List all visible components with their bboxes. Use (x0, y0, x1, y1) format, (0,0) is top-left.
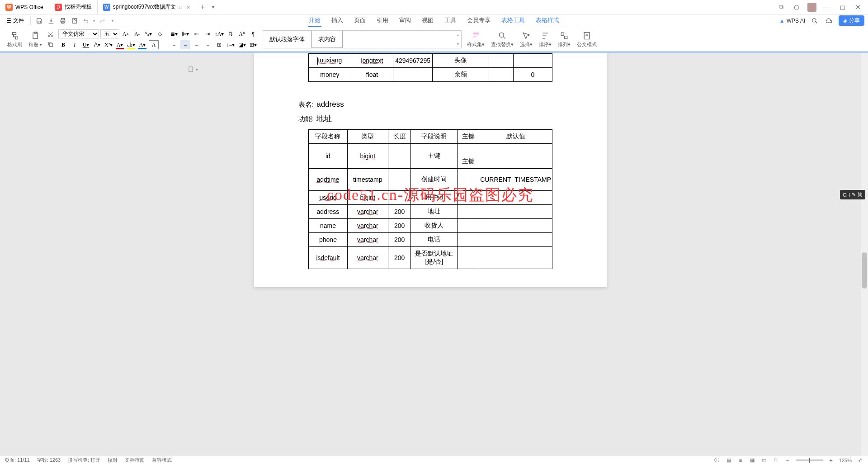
numbering-button[interactable]: ⊫▾ (180, 29, 190, 38)
save-button[interactable] (34, 16, 44, 26)
table-row[interactable]: addtimetimestamp创建时间CURRENT_TIMESTAMP (309, 169, 552, 191)
table-header-row[interactable]: 字段名称 类型 长度 字段说明 主键 默认值 (309, 130, 552, 144)
tab-member[interactable]: 会员专享 (466, 14, 491, 27)
info-icon[interactable]: ⓘ (713, 457, 721, 464)
tab-document[interactable]: W springboot597wx数据库文 ◻ × (98, 0, 196, 14)
sort-column-button[interactable]: 排序▾ (536, 30, 554, 49)
decrease-font-button[interactable]: A- (132, 29, 142, 38)
arrange-button[interactable]: 排列▾ (555, 30, 573, 49)
status-mode[interactable]: 兼容模式 (152, 457, 172, 464)
scrollbar-thumb[interactable] (862, 252, 867, 289)
window-group-icon[interactable]: ⧉ (777, 3, 786, 12)
status-zoom[interactable]: 125% (839, 458, 852, 463)
clear-format-button[interactable]: ◇ (155, 29, 165, 38)
select-button[interactable]: 选择▾ (517, 30, 535, 49)
tab-insert[interactable]: 插入 (330, 14, 344, 27)
tab-docer[interactable]: D 找稻壳模板 (49, 0, 98, 14)
tab-reference[interactable]: 引用 (376, 14, 389, 27)
table-fragment-1[interactable]: touxiang longtext 4294967295 头像 money fl… (308, 53, 552, 82)
show-marks-button[interactable]: ¶ (248, 29, 258, 38)
font-size-select[interactable]: 五号 (100, 29, 119, 38)
ime-indicator[interactable]: CH ✎ 简 (840, 190, 865, 199)
tab-wps-office[interactable]: W WPS Office (0, 0, 49, 14)
superscript-button[interactable]: X²▾ (104, 40, 113, 49)
decrease-indent-button[interactable]: ⇤ (192, 29, 202, 38)
quickbar-more[interactable]: ▾ (112, 19, 114, 23)
paste-button[interactable]: 粘贴 ▾ (26, 30, 45, 49)
redo-button[interactable] (97, 16, 107, 26)
print-preview-button[interactable] (70, 16, 80, 26)
official-mode-button[interactable]: 公文模式 (574, 30, 599, 49)
wps-ai-button[interactable]: ▲ WPS AI (779, 18, 805, 24)
tab-table-style[interactable]: 表格样式 (535, 14, 560, 27)
new-tab-button[interactable]: + (196, 3, 209, 11)
strikethrough-button[interactable]: A▾ (92, 40, 102, 49)
page-layout-indicator[interactable]: ▾ (188, 66, 198, 72)
fit-icon[interactable]: ⤢ (856, 457, 863, 464)
zoom-in-icon[interactable]: + (827, 457, 835, 464)
style-table-content[interactable]: 表内容 (311, 31, 343, 48)
share-button[interactable]: ◈ 分享 (839, 15, 864, 26)
view-print-icon[interactable]: ▤ (725, 457, 732, 464)
tab-table-tools[interactable]: 表格工具 (500, 14, 526, 27)
styleset-button[interactable]: 样式集▾ (464, 30, 487, 49)
avatar[interactable] (807, 3, 816, 12)
style-default[interactable]: 默认段落字体 (263, 31, 311, 48)
status-review[interactable]: 文档审阅 (125, 457, 145, 464)
table-address[interactable]: 字段名称 类型 长度 字段说明 主键 默认值 idbigint主键主键 addt… (308, 129, 552, 269)
char-border-button[interactable]: A (149, 40, 159, 49)
align-center-button[interactable]: ≡ (180, 40, 190, 49)
vertical-scrollbar[interactable] (861, 53, 868, 456)
tab-restore-icon[interactable]: ◻ (179, 5, 182, 9)
tab-dropdown[interactable]: ▾ (209, 5, 217, 9)
distribute-button[interactable]: ⊞ (214, 40, 224, 49)
italic-button[interactable]: I (70, 40, 80, 49)
align-left-button[interactable]: ≡ (169, 40, 179, 49)
copy-button[interactable] (46, 40, 56, 49)
table-row[interactable]: useridbigint用户id (309, 191, 552, 205)
file-menu[interactable]: ☰ 文件 (4, 16, 27, 25)
cut-button[interactable] (46, 30, 56, 39)
tab-start[interactable]: 开始 (308, 14, 321, 27)
minimize-icon[interactable]: — (823, 3, 832, 12)
document-area[interactable]: ▾ touxiang longtext 4294967295 头像 money … (0, 53, 861, 456)
undo-button[interactable] (81, 16, 91, 26)
table-row[interactable]: addressvarchar200地址 (309, 205, 552, 219)
align-justify-button[interactable]: ≡ (203, 40, 213, 49)
underline-button[interactable]: U▾ (81, 40, 91, 49)
bold-button[interactable]: B (58, 40, 68, 49)
tab-page[interactable]: 页面 (353, 14, 367, 27)
maximize-icon[interactable]: ◻ (838, 3, 847, 12)
zoom-out-icon[interactable]: − (784, 457, 791, 464)
cloud-button[interactable] (824, 16, 834, 26)
view-reading-icon[interactable]: ▭ (760, 457, 768, 464)
table-row[interactable]: idbigint主键主键 (309, 144, 552, 169)
tab-tools[interactable]: 工具 (443, 14, 457, 27)
table-row[interactable]: isdefaultvarchar200是否默认地址[是/否] (309, 247, 552, 269)
view-focus-icon[interactable]: ◻ (772, 457, 779, 464)
bullets-button[interactable]: ≣▾ (169, 29, 179, 38)
align-right-button[interactable]: ≡ (192, 40, 202, 49)
status-proof[interactable]: 校对 (108, 457, 118, 464)
close-window-icon[interactable]: ✕ (854, 3, 863, 12)
print-button[interactable] (58, 16, 68, 26)
undo-dropdown[interactable]: ▾ (93, 19, 95, 23)
find-button[interactable]: 查找替换▾ (488, 30, 516, 49)
view-web-icon[interactable]: ▦ (749, 457, 756, 464)
para-shading-button[interactable]: ◪▾ (237, 40, 247, 49)
increase-font-button[interactable]: A+ (121, 29, 131, 38)
status-spell[interactable]: 拼写检查: 打开 (68, 457, 100, 464)
style-scroll-up[interactable]: ▴ (455, 30, 461, 39)
asian-layout-button[interactable]: Aᵇ (237, 29, 247, 38)
status-words[interactable]: 字数: 1263 (37, 457, 61, 464)
font-color-button[interactable]: A▾ (115, 40, 125, 49)
change-case-button[interactable]: ᴬₐ▾ (143, 29, 153, 38)
format-painter-button[interactable]: 格式刷 (5, 30, 25, 49)
tab-review[interactable]: 审阅 (398, 14, 412, 27)
table-row[interactable]: money float 余额 0 (309, 68, 552, 82)
style-scroll-down[interactable]: ▾ (455, 39, 461, 48)
line-spacing-button[interactable]: ↕≡▾ (226, 40, 236, 49)
close-icon[interactable]: × (187, 4, 190, 11)
table-row[interactable]: touxiang longtext 4294967295 头像 (309, 54, 552, 68)
table-row[interactable]: namevarchar200收货人 (309, 219, 552, 233)
